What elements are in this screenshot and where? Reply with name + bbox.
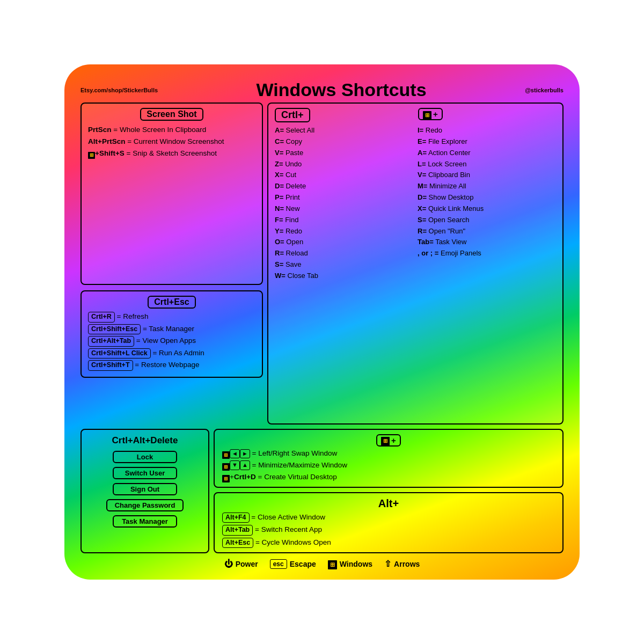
crtlesc-item-5: Crtl+Shift+T = Restore Webpage [88,360,255,371]
ci-1: A= Select All [275,126,413,136]
left-column: Screen Shot PrtScn = Whole Screen In Cli… [80,103,263,425]
screenshot-item-2: Alt+PrtScn = Current Window Screenshot [88,137,255,147]
cad-password: Change Password [106,499,184,511]
wi-5: V= Clipboard Bin [418,170,556,180]
wi-3: A= Action Center [418,148,556,158]
crtlplus-col1: A= Select All C= Copy V= Paste Z= Undo X… [275,126,413,281]
arrows-icon: ⇧ [384,559,391,569]
social-label: @stickerbulls [525,87,564,93]
cad-taskmanager: Task Manager [113,515,177,528]
winplus-col: I= Redo E= File Explorer A= Action Cente… [418,126,556,281]
ci-3: V= Paste [275,148,413,158]
crtlplus-columns: A= Select All C= Copy V= Paste Z= Undo X… [275,126,556,281]
winshortcuts-header: ⊞+ [222,434,555,447]
screenshot-title-wrap: Screen Shot [88,108,255,121]
screenshot-box: Screen Shot PrtScn = Whole Screen In Cli… [80,103,263,285]
ci-11: O= Open [275,237,413,247]
winplus-header: ⊞+ [418,108,443,120]
ci-7: P= Print [275,193,413,203]
legend-arrows-label: Arrows [394,560,420,568]
crtlesc-box: Crtl+Esc Crtl+R = Refresh Crtl+Shift+Esc… [80,290,263,378]
bottom-right-col: ⊞+ ⊞◄► = Left/Right Swap Window ⊞▼▲ = Mi… [214,429,564,553]
cad-switch: Switch User [113,467,177,479]
screenshot-item-1: PrtScn = Whole Screen In Clipboard [88,125,255,135]
escape-icon: esc [270,559,287,569]
ci-12: R= Reload [275,248,413,259]
wi-7: D= Show Desktop [418,193,556,203]
wi-9: S= Open Search [418,215,556,225]
ws-2: ⊞▼▲ = Minimize/Maximize Window [222,460,555,471]
alt-2: Alt+Tab = Switch Recent App [222,525,555,536]
ci-6: D= Delete [275,181,413,192]
cad-signout: Sign Out [113,483,177,495]
alt-3: Alt+Esc = Cycle Windows Open [222,538,555,548]
wi-10: R= Open "Run" [418,226,556,237]
cad-title: Crtl+Alt+Delete [112,435,178,446]
page-title: Windows Shortcuts [158,79,525,100]
crtlplus-header: Crtl+ [275,108,310,122]
wi-12: , or ; = Emoji Panels [418,248,556,259]
crtlplus-box: Crtl+ ⊞+ A= Select All C= Copy V= Paste … [267,103,564,425]
crtlesc-title: Crtl+Esc [88,296,255,309]
ci-13: S= Save [275,260,413,270]
meta-row: Etsy.com/shop/StickerBulls Windows Short… [80,79,564,100]
legend-power: ⏻ Power [224,559,258,569]
bottom-row: Crtl+Alt+Delete Lock Switch User Sign Ou… [80,429,564,553]
wi-11: Tab= Task View [418,237,556,247]
crtlesc-item-4: Crtl+Shift+L Click = Run As Admin [88,348,255,359]
legend-windows: ⊞ Windows [328,559,372,568]
power-icon: ⏻ [224,559,233,569]
wi-8: X= Quick Link Menus [418,204,556,214]
screenshot-title: Screen Shot [140,108,203,121]
screenshot-item-3: ⊞+Shift+S = Snip & Sketch Screenshot [88,149,255,159]
winshortcuts-title: ⊞+ [376,434,401,447]
legend-escape-label: Escape [290,560,316,568]
windows-icon: ⊞ [328,560,337,569]
sticker-card: Etsy.com/shop/StickerBulls Windows Short… [64,64,580,580]
ci-2: C= Copy [275,137,413,147]
legend-bar: ⏻ Power esc Escape ⊞ Windows ⇧ Arrows [80,559,564,569]
ws-1: ⊞◄► = Left/Right Swap Window [222,449,555,459]
ci-14: W= Close Tab [275,271,413,281]
winshortcuts-items: ⊞◄► = Left/Right Swap Window ⊞▼▲ = Minim… [222,449,555,482]
wi-6: M= Minimize All [418,181,556,192]
cad-box: Crtl+Alt+Delete Lock Switch User Sign Ou… [80,429,209,553]
legend-windows-label: Windows [340,560,372,568]
altplus-box: Alt+ Alt+F4 = Close Active Window Alt+Ta… [214,492,564,554]
altplus-title: Alt+ [222,497,555,510]
legend-arrows: ⇧ Arrows [384,559,420,569]
crtlesc-item-3: Crtl+Alt+Tab = View Open Apps [88,336,255,347]
wi-1: I= Redo [418,126,556,136]
legend-power-label: Power [236,560,258,568]
etsy-label: Etsy.com/shop/StickerBulls [80,87,158,93]
wi-4: L= Lock Screen [418,159,556,170]
wi-2: E= File Explorer [418,137,556,147]
ci-8: N= New [275,204,413,214]
ws-3: ⊞+Crtl+D = Create Virtual Desktop [222,472,555,482]
ci-10: Y= Redo [275,226,413,237]
crtlesc-item-2: Crtl+Shift+Esc = Task Manager [88,324,255,335]
alt-1: Alt+F4 = Close Active Window [222,513,555,523]
crtlesc-item-1: Crtl+R = Refresh [88,312,255,323]
ci-5: X= Cut [275,170,413,180]
winshortcuts-box: ⊞+ ⊞◄► = Left/Right Swap Window ⊞▼▲ = Mi… [214,429,564,488]
ci-9: F= Find [275,215,413,225]
ci-4: Z= Undo [275,159,413,170]
cad-lock: Lock [113,451,177,463]
legend-escape: esc Escape [270,559,316,569]
top-section: Screen Shot PrtScn = Whole Screen In Cli… [80,103,564,425]
